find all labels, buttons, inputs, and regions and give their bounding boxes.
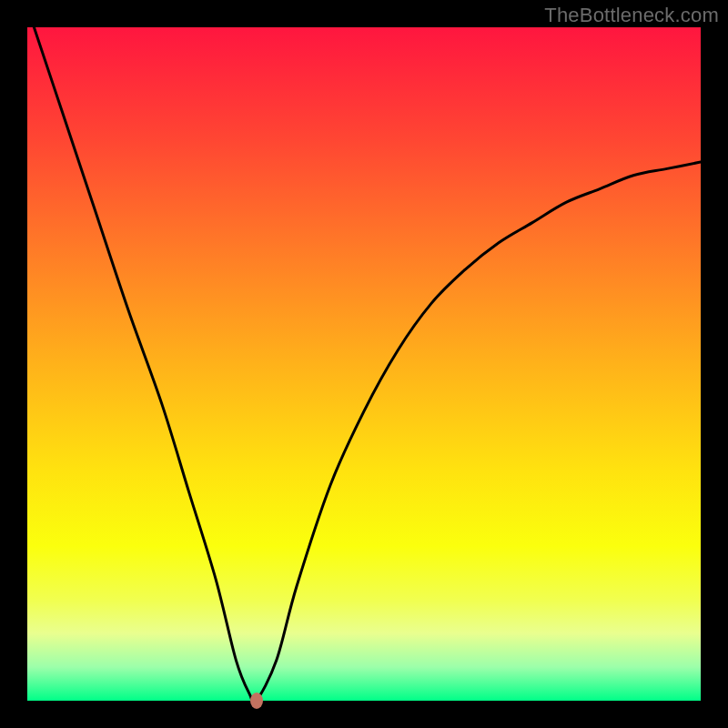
minimum-marker-icon	[250, 693, 263, 709]
plot-area	[27, 27, 701, 701]
chart-frame: TheBottleneck.com	[0, 0, 728, 728]
bottleneck-curve	[27, 27, 701, 701]
watermark-text: TheBottleneck.com	[544, 4, 719, 27]
